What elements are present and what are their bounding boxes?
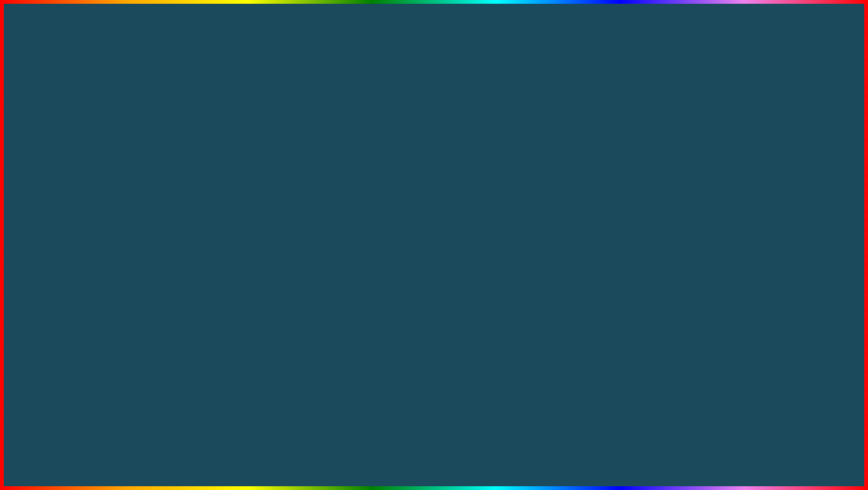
label-cavander: Auto Cavander	[582, 172, 610, 177]
left-col-misc: Misc Configs Fast Attack Fast Attack Typ…	[149, 138, 238, 316]
label-buddy-swords: Auto Buddy Swords	[582, 155, 619, 160]
toggle-serpent-bow[interactable]	[682, 197, 694, 203]
toggle-row-gun-mastery: Auto Gun Mastery	[700, 163, 813, 169]
right-panel-nav: Main/Config Stats/TP Mastery/Item Raid/F…	[579, 127, 815, 138]
toggle-cavander[interactable]	[682, 171, 694, 178]
item-header: Item	[582, 143, 694, 151]
label-hide-notif: HideNotification	[152, 210, 182, 215]
toggle-auto-ken[interactable]	[222, 184, 235, 190]
toggle-gun-mastery[interactable]	[800, 163, 813, 169]
tab-raid-fruit-left[interactable]: Raid/Fruit	[151, 129, 174, 136]
tab-mastery-item-left[interactable]: Mastery/Item	[118, 129, 148, 136]
toggle-holy-torch[interactable]	[133, 205, 146, 211]
label-gun-mastery: Auto Gun Mastery	[700, 164, 735, 169]
toggle-row-fast-attack: Fast Attack	[152, 154, 235, 160]
toggle-chest-fast-hop[interactable]	[133, 187, 146, 193]
toggle-row-chest-fast-hop: Auto Farm Chest Fast&Hop	[62, 187, 146, 193]
right-panel: Main/Config Stats/TP Mastery/Item Raid/F…	[578, 126, 816, 319]
toggle-musketeer-hat[interactable]	[682, 163, 694, 169]
toggle-fast-tp[interactable]	[133, 163, 146, 169]
toggle-row-fruit-mastery: Auto Fruit Mastery	[700, 154, 813, 160]
right-panel-footer: Blox Fruits | Third Sea 09:27:50	[579, 310, 815, 318]
toggle-row-hide-notif: HideNotification	[152, 209, 235, 216]
skill-list-header: Skill List	[700, 171, 813, 178]
toggle-row-skill-x: Skill X	[700, 189, 813, 195]
toggle-row-auto-farm-chest: Auto Farm Chest	[62, 178, 146, 185]
label-dark-dagger: Auto Dark Dagger	[582, 215, 616, 220]
toggle-row-skill-c: Skill C	[700, 197, 813, 204]
mastery-header: Mastery	[700, 143, 813, 151]
label-skill-c: Skill C	[700, 198, 712, 203]
right-panel-content: Item Auto Buddy Swords Auto Musketeer Ha…	[579, 138, 815, 316]
toggle-row-musketeer-hat: Auto Musketeer Hat	[582, 163, 694, 169]
tab-stats-tp-left[interactable]: Stats/TP	[93, 129, 114, 136]
toggle-row-skill-v: Skill V	[700, 206, 813, 212]
toggle-row-dark-dagger: Auto Dark Dagger	[582, 214, 694, 221]
toggle-yama-sword[interactable]	[682, 180, 694, 186]
tab-main-config-right[interactable]: Main/Config	[582, 129, 609, 136]
label-fruit-mastery: Auto Fruit Mastery	[700, 155, 735, 160]
toggle-black-screen[interactable]	[222, 201, 235, 207]
toggle-row-white-screen: White Screen	[152, 192, 235, 199]
label-yama-sword: Auto Yama Sword	[582, 181, 616, 186]
toggle-auto-haki[interactable]	[222, 175, 235, 182]
label-skill-x: Skill X	[700, 190, 712, 195]
toggle-row-skill-z: Skill Z	[700, 180, 813, 187]
toggle-row-fast-tp: FAST TP	[62, 163, 146, 169]
main-title: BLOX FRUITS	[174, 4, 694, 85]
toggle-cursed-dual[interactable]	[133, 213, 146, 219]
toggle-row-auto-haki: Auto Haki	[152, 175, 235, 182]
toggle-hide-notif[interactable]	[222, 209, 235, 216]
toggle-fast-attack[interactable]	[222, 154, 235, 160]
status-world3: Status : World 3	[62, 196, 146, 202]
main-header: Main	[62, 143, 146, 151]
toggle-dark-dagger[interactable]	[682, 214, 694, 221]
left-panel-content: Main Auto Farm Level FAST TP Stop Telepo…	[59, 138, 237, 316]
label-auto-ken: Auto Ken	[152, 185, 169, 190]
tab-mastery-item-right[interactable]: Mastery/Item	[637, 129, 667, 136]
toggle-row-auto-farm-level: Auto Farm Level	[62, 154, 146, 160]
label-skill-z: Skill Z	[700, 181, 712, 186]
label-serpent-bow: Auto Serpent Bow	[582, 198, 616, 203]
label-holy-torch: Auto Holy Torch	[62, 205, 92, 210]
toggle-row-cursed-dual: Auto Cursed Dual Katana	[62, 213, 146, 219]
status-not-spawned: Status : Not Spawned	[582, 205, 694, 212]
toggle-skill-x[interactable]	[800, 189, 813, 195]
label-fast-attack: Fast Attack	[152, 155, 173, 160]
toggle-row-auto-ken: Auto Ken	[152, 184, 235, 190]
toggle-row-buddy-swords: Auto Buddy Swords	[582, 154, 694, 160]
right-footer-left: Blox Fruits | Third Sea	[582, 312, 622, 316]
label-select-weapon: Select Weapon : Melee	[152, 169, 235, 173]
toggle-skill-c[interactable]	[800, 197, 813, 204]
left-col-main: Main Auto Farm Level FAST TP Stop Telepo…	[59, 138, 149, 316]
tab-shop-left[interactable]: Shop/I	[178, 129, 194, 136]
right-col-mastery: Mastery Auto Fruit Mastery Auto Gun Mast…	[698, 138, 816, 316]
toggle-buddy-swords[interactable]	[682, 154, 694, 160]
toggle-row-tushita-sword: Auto Tushita Sword	[582, 188, 694, 195]
toggle-row-serpent-bow: Auto Serpent Bow	[582, 197, 694, 203]
left-panel-nav: Main/Config Stats/TP Mastery/Item Raid/F…	[59, 127, 237, 138]
tab-main-config-left[interactable]: Main/Config	[62, 129, 89, 136]
toggle-row-stop-teleport: Stop Teleport	[62, 171, 146, 176]
label-musketeer-hat: Auto Musketeer Hat	[582, 164, 619, 169]
toggle-row-holy-torch: Auto Holy Torch	[62, 205, 146, 211]
tab-stats-tp-right[interactable]: Stats/TP	[613, 129, 633, 136]
label-fast-tp: FAST TP	[62, 164, 79, 169]
label-cursed-dual: Auto Cursed Dual Katana	[62, 214, 105, 218]
fruits-label: FRUITS	[695, 430, 841, 477]
tab-shop-right[interactable]: Shop/I	[697, 129, 714, 136]
toggle-row-yama-sword: Auto Yama Sword	[582, 180, 694, 186]
misc-header: Misc Configs	[152, 143, 235, 151]
toggle-tushita-sword[interactable]	[682, 188, 694, 195]
label-auto-haki: Auto Haki	[152, 176, 170, 181]
toggle-skill-z[interactable]	[800, 180, 813, 187]
toggle-white-screen[interactable]	[222, 192, 235, 199]
toggle-skill-v[interactable]	[800, 206, 813, 212]
toggle-auto-farm-chest[interactable]	[133, 178, 146, 185]
label-stop-teleport: Stop Teleport	[62, 171, 87, 176]
tab-raid-fruit-right[interactable]: Raid/Fruit	[671, 129, 694, 136]
toggle-fruit-mastery[interactable]	[800, 154, 813, 160]
label-fast-attack-type: Fast Attack Type : Fast	[152, 163, 235, 167]
toggle-auto-farm-level[interactable]	[133, 154, 146, 160]
left-panel: Main/Config Stats/TP Mastery/Item Raid/F…	[58, 126, 238, 319]
